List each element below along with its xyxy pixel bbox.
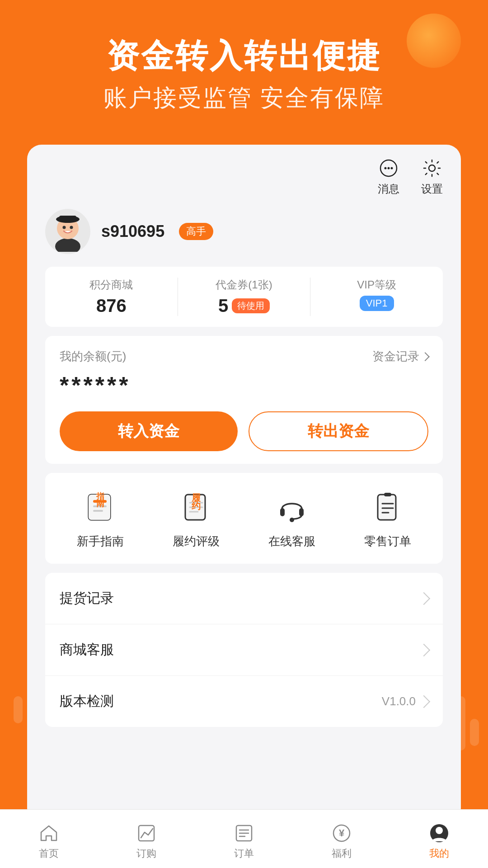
version-number: V1.0.0 <box>382 694 416 708</box>
transfer-out-button[interactable]: 转出资金 <box>249 411 428 451</box>
version-right: V1.0.0 <box>382 694 428 708</box>
service-label: 在线客服 <box>268 533 315 549</box>
stat-vip-value: VIP1 <box>360 296 394 311</box>
menu-order[interactable]: 零售订单 <box>364 487 411 549</box>
level-badge: 高手 <box>179 223 213 240</box>
transfer-in-button[interactable]: 转入资金 <box>60 411 238 451</box>
svg-point-10 <box>429 165 435 171</box>
balance-link[interactable]: 资金记录 <box>372 349 428 364</box>
svg-point-7 <box>385 167 387 170</box>
svg-rect-0 <box>14 696 23 723</box>
settings-button[interactable]: 设置 <box>421 157 443 196</box>
menu-service[interactable]: 在线客服 <box>268 487 315 549</box>
hero-section: 资金转入转出便捷 账户接受监管 安全有保障 <box>0 36 488 114</box>
vip-badge: VIP1 <box>360 296 394 311</box>
tab-welfare-label: 福利 <box>332 847 352 860</box>
svg-text:约: 约 <box>191 501 201 511</box>
headset-icon <box>272 487 312 527</box>
stat-voucher[interactable]: 代金券(1张) 5 待使用 <box>178 278 311 316</box>
balance-amount: ****** <box>60 372 428 399</box>
tab-home-label: 首页 <box>39 847 59 860</box>
mall-service-label: 商城客服 <box>60 641 114 659</box>
voucher-badge: 待使用 <box>232 298 270 313</box>
order-icon <box>368 487 408 527</box>
tab-purchase-label: 订购 <box>136 847 156 860</box>
username: s910695 <box>101 222 164 241</box>
order-label: 零售订单 <box>364 533 411 549</box>
svg-text:南: 南 <box>96 499 105 508</box>
stat-points-value: 876 <box>96 296 127 316</box>
profile-info: s910695 高手 <box>101 222 213 241</box>
balance-header: 我的余额(元) 资金记录 <box>60 349 428 364</box>
svg-rect-34 <box>378 495 396 520</box>
guide-label: 新手指南 <box>77 533 124 549</box>
stat-voucher-label: 代金券(1张) <box>216 278 272 292</box>
tab-mine-label: 我的 <box>429 847 449 860</box>
tab-welfare[interactable]: ¥ 福利 <box>293 818 390 860</box>
hero-title: 资金转入转出便捷 <box>0 36 488 75</box>
svg-point-16 <box>63 226 66 229</box>
balance-card: 我的余额(元) 资金记录 ****** 转入资金 转出资金 <box>45 336 443 464</box>
balance-title: 我的余额(元) <box>60 349 126 364</box>
tab-orders-label: 订单 <box>234 847 254 860</box>
settings-label: 设置 <box>421 182 443 196</box>
list-icon <box>233 822 255 844</box>
tab-mine[interactable]: 我的 <box>390 818 488 860</box>
tab-order-purchase[interactable]: 订购 <box>98 818 195 860</box>
list-item-mall-service[interactable]: 商城客服 <box>45 624 443 676</box>
avatar <box>45 209 90 254</box>
tab-bar: 首页 订购 订单 ¥ 福利 <box>0 809 488 868</box>
list-card: 提货记录 商城客服 版本检测 V1.0.0 <box>45 573 443 727</box>
menu-contract[interactable]: 履 约 履约评级 <box>173 487 220 549</box>
yuan-icon: ¥ <box>331 822 352 844</box>
list-item-pickup[interactable]: 提货记录 <box>45 573 443 624</box>
svg-rect-5 <box>470 719 479 746</box>
svg-point-17 <box>70 226 73 229</box>
mall-service-chevron <box>418 643 430 656</box>
stat-points[interactable]: 积分商城 876 <box>45 278 178 316</box>
message-icon <box>378 157 399 179</box>
list-item-version[interactable]: 版本检测 V1.0.0 <box>45 676 443 727</box>
pickup-label: 提货记录 <box>60 589 114 608</box>
svg-rect-38 <box>384 493 391 496</box>
svg-point-9 <box>391 167 393 170</box>
mall-service-right <box>419 646 428 655</box>
menu-row: 指 南 新手指南 履 约 履约评级 <box>45 473 443 564</box>
svg-rect-31 <box>280 508 285 516</box>
guide-icon: 指 南 <box>80 487 120 527</box>
home-icon <box>38 822 60 844</box>
contract-label: 履约评级 <box>173 533 220 549</box>
settings-icon <box>421 157 443 179</box>
profile-section: s910695 高手 <box>27 200 461 267</box>
pickup-chevron <box>418 592 430 604</box>
message-button[interactable]: 消息 <box>378 157 399 196</box>
stat-vip-label: VIP等级 <box>357 278 396 292</box>
stat-points-label: 积分商城 <box>89 278 133 292</box>
svg-point-33 <box>290 518 294 522</box>
contract-icon: 履 约 <box>176 487 216 527</box>
tab-orders[interactable]: 订单 <box>195 818 293 860</box>
svg-rect-15 <box>59 216 76 222</box>
card-topbar: 消息 设置 <box>27 145 461 200</box>
main-card: 消息 设置 <box>27 145 461 823</box>
svg-rect-22 <box>93 510 103 512</box>
person-icon <box>428 822 450 844</box>
version-label: 版本检测 <box>60 692 114 711</box>
svg-text:¥: ¥ <box>339 827 345 839</box>
tab-home[interactable]: 首页 <box>0 818 98 860</box>
message-label: 消息 <box>378 182 399 196</box>
stat-voucher-value: 5 待使用 <box>218 296 270 316</box>
balance-link-chevron <box>421 352 430 361</box>
menu-guide[interactable]: 指 南 新手指南 <box>77 487 124 549</box>
svg-point-47 <box>436 827 443 834</box>
version-chevron <box>418 695 430 708</box>
stats-row: 积分商城 876 代金券(1张) 5 待使用 VIP等级 VIP1 <box>45 267 443 327</box>
balance-buttons: 转入资金 转出资金 <box>60 411 428 451</box>
svg-point-8 <box>388 167 390 170</box>
hero-subtitle: 账户接受监管 安全有保障 <box>0 82 488 114</box>
pickup-right <box>419 594 428 603</box>
chart-icon <box>136 822 157 844</box>
stat-vip[interactable]: VIP等级 VIP1 <box>310 278 443 316</box>
